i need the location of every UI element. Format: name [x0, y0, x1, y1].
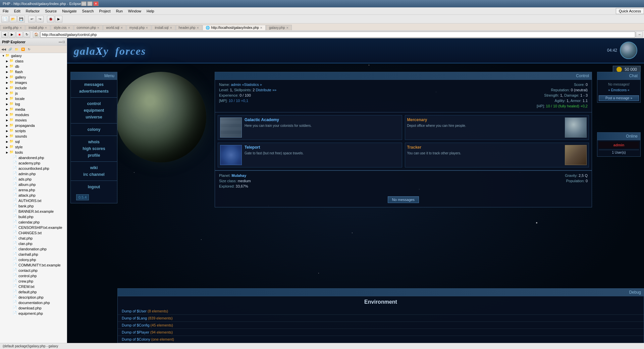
menu-messages-link[interactable]: messages	[73, 81, 114, 88]
menu-irc-link[interactable]: irc channel	[73, 171, 114, 178]
tree-folder-tools[interactable]: ▶ 📁 tools	[0, 150, 67, 155]
tab-config-php[interactable]: config.php ✕	[0, 25, 25, 30]
stop-button[interactable]: ■	[16, 32, 23, 38]
dump-colony-row[interactable]: Dump of $Colony (one element)	[118, 336, 644, 343]
tree-file-album[interactable]: 📄 album.php	[0, 182, 67, 187]
tracker-card[interactable]: Tracker You can use it to track other pl…	[405, 143, 589, 167]
tab-close-icon[interactable]: ✕	[286, 26, 289, 30]
online-user-name[interactable]: admin	[599, 142, 639, 148]
tree-file-crew-php[interactable]: 📄 crew.php	[0, 279, 67, 284]
tree-file-admin[interactable]: 📄 admin.php	[0, 171, 67, 177]
tab-close-icon[interactable]: ✕	[68, 26, 70, 30]
back-button[interactable]: ◀	[1, 32, 8, 38]
planet-name[interactable]: Mulahay	[231, 173, 246, 178]
tab-world-sql[interactable]: world.sql ✕	[103, 25, 126, 30]
menu-run[interactable]: Run	[113, 8, 125, 14]
tree-file-documentation[interactable]: 📄 documentation.php	[0, 300, 67, 305]
tree-file-clanhall[interactable]: 📄 clanhall.php	[0, 252, 67, 257]
link-editor-button[interactable]: 🔗	[7, 47, 13, 52]
menu-advertisements-link[interactable]: advertisements	[73, 88, 114, 95]
dump-lang-row[interactable]: Dump of $Lang (839 elements)	[118, 315, 644, 322]
menu-navigate[interactable]: Navigate	[59, 8, 79, 14]
new-folder-button[interactable]: 📁	[13, 47, 19, 52]
tab-style-css[interactable]: style.css ✕	[51, 25, 73, 30]
tree-folder-class[interactable]: ▶ 📁 class	[0, 58, 67, 64]
tab-install-sql[interactable]: install.sql ✕	[152, 25, 175, 30]
tab-galaxy-index[interactable]: 🌐 http://localhost/galaxy/index.php ✕	[203, 25, 266, 30]
tree-file-abandoned[interactable]: 📄 abandoned.php	[0, 155, 67, 160]
tab-close-icon[interactable]: ✕	[45, 26, 47, 30]
menu-project[interactable]: Project	[96, 8, 113, 14]
tree-folder-locale[interactable]: ▶ 📁 locale	[0, 96, 67, 101]
tree-folder-log[interactable]: ▶ 📁 log	[0, 101, 67, 107]
menu-highscores-link[interactable]: high scores	[73, 145, 114, 152]
tree-file-academy[interactable]: 📄 academy.php	[0, 160, 67, 166]
menu-equipment-link[interactable]: equipment	[73, 107, 114, 114]
tree-file-description[interactable]: 📄 description.php	[0, 295, 67, 300]
tab-galaxy-php[interactable]: galaxy.php ✕	[266, 25, 292, 30]
save-button[interactable]: 💾	[17, 16, 25, 22]
menu-control-link[interactable]: control	[73, 100, 114, 107]
tree-file-attack[interactable]: 📄 attack.php	[0, 193, 67, 198]
tree-file-banner[interactable]: 📄 BANNER.txt.example	[0, 209, 67, 214]
tab-mysql-php[interactable]: mysql.php ✕	[126, 25, 152, 30]
minimize-button[interactable]: —	[81, 1, 87, 6]
tree-folder-media[interactable]: ▶ 📁 media	[0, 107, 67, 112]
menu-refactor[interactable]: Refactor	[23, 8, 43, 14]
close-button[interactable]: ✕	[93, 1, 99, 6]
tree-file-colony[interactable]: 📄 colony.php	[0, 257, 67, 262]
tab-install-php[interactable]: install.php ✕	[25, 25, 50, 30]
tree-file-authors[interactable]: 📄 AUTHORS.txt	[0, 198, 67, 203]
tree-file-community[interactable]: 📄 COMMUNITY.txt.example	[0, 262, 67, 268]
menu-source[interactable]: Source	[42, 8, 59, 14]
tab-close-icon[interactable]: ✕	[146, 26, 148, 30]
menu-edit[interactable]: Edit	[11, 8, 23, 14]
academy-card[interactable]: Galactic Academy Here you can train your…	[218, 115, 402, 140]
refresh-tree-button[interactable]: ↻	[26, 47, 32, 52]
tree-file-crew-txt[interactable]: 📄 CREW.txt	[0, 284, 67, 289]
tree-file-chat[interactable]: 📄 chat.php	[0, 236, 67, 241]
menu-colony-link[interactable]: colony	[73, 126, 114, 133]
tree-folder-db[interactable]: ▶ 📁 db	[0, 64, 67, 69]
post-message-button[interactable]: Post a message »	[599, 95, 639, 101]
tree-folder-js[interactable]: ▶ 📁 js	[0, 91, 67, 96]
home-button[interactable]: 🏠	[33, 32, 40, 38]
run-button[interactable]: ▶	[55, 16, 62, 22]
go-button[interactable]: →	[636, 32, 643, 38]
open-button[interactable]: 📂	[9, 16, 17, 22]
tree-folder-gallery[interactable]: ▶ 📁 gallery	[0, 74, 67, 80]
filter-button[interactable]: 🔽	[20, 47, 26, 52]
player-name[interactable]: admin	[231, 83, 241, 87]
tree-folder-include[interactable]: ▶ 📁 include	[0, 85, 67, 91]
tree-file-clandonation[interactable]: 📄 clandonation.php	[0, 246, 67, 252]
tree-file-censorship[interactable]: 📄 CENSORSHIP.txt.example	[0, 225, 67, 230]
distribute-link[interactable]: Distribute »»	[256, 88, 276, 92]
dump-config-row[interactable]: Dump of $Config (45 elements)	[118, 322, 644, 329]
tree-folder-scripts[interactable]: ▶ 📁 scripts	[0, 128, 67, 134]
tree-file-accountlocked[interactable]: 📄 accountlocked.php	[0, 166, 67, 171]
maximize-panel-icon[interactable]: □	[63, 40, 65, 44]
dump-player-row[interactable]: Dump of $Player (94 elements)	[118, 329, 644, 336]
tab-close-icon[interactable]: ✕	[19, 26, 22, 30]
dump-user-row[interactable]: Dump of $User (8 elements)	[118, 308, 644, 315]
stats-link[interactable]: «Statistics »	[242, 83, 262, 87]
debug-button[interactable]: 🐞	[47, 16, 54, 22]
tree-file-clan[interactable]: 📄 clan.php	[0, 241, 67, 246]
menu-profile-link[interactable]: profile	[73, 152, 114, 159]
minimize-panel-icon[interactable]: —	[59, 40, 62, 44]
tree-folder-sounds[interactable]: ▶ 📁 sounds	[0, 134, 67, 139]
menu-help[interactable]: Help	[144, 8, 157, 14]
redo-button[interactable]: ↪	[36, 16, 44, 22]
chat-emoticons-link[interactable]: » Emoticons «	[599, 88, 639, 93]
tree-folder-sql[interactable]: ▶ 📁 sql	[0, 139, 67, 144]
forward-button[interactable]: ▶	[9, 32, 15, 38]
tree-file-arena[interactable]: 📄 arena.php	[0, 187, 67, 193]
tree-folder-propaganda[interactable]: ▶ 📁 propaganda	[0, 123, 67, 128]
maximize-button[interactable]: □	[87, 1, 93, 6]
tree-root-galaxy[interactable]: ▼ 📁 galaxy	[0, 53, 67, 58]
mercenary-card[interactable]: Mercenary Depot office where you can hir…	[405, 115, 589, 140]
tree-folder-images[interactable]: ▶ 📁 images	[0, 80, 67, 85]
tab-close-icon[interactable]: ✕	[197, 26, 199, 30]
collapse-all-button[interactable]: ◀◀	[1, 47, 7, 52]
menu-file[interactable]: File	[0, 8, 11, 14]
